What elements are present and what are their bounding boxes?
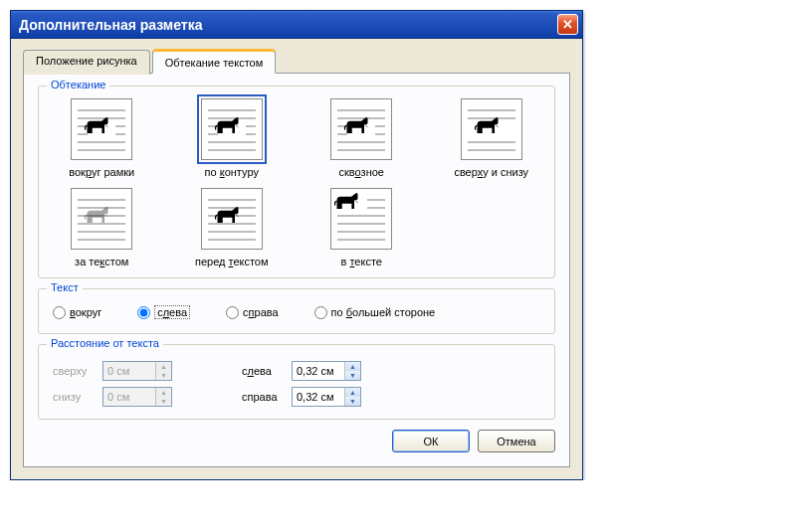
tab-wrapping-label: Обтекание текстом xyxy=(165,57,264,69)
tab-position[interactable]: Положение рисунка xyxy=(23,50,150,75)
distance-right-spinner[interactable]: ▲▼ xyxy=(292,387,361,407)
dialog-buttons: ОК Отмена xyxy=(38,430,555,452)
wrap-thumb-topbottom[interactable] xyxy=(461,98,522,160)
distance-grid: сверху ▲▼ слева ▲▼ снизу ▲▼ xyxy=(51,357,542,409)
legend-distance: Расстояние от текста xyxy=(47,337,163,349)
fieldset-textside: Текст вокругслевасправапо большей сторон… xyxy=(38,288,555,334)
tab-wrapping[interactable]: Обтекание текстом xyxy=(152,49,277,74)
hotkey-char: л xyxy=(248,365,254,377)
wrap-option-topbottom[interactable]: сверху и снизу xyxy=(441,98,543,178)
distance-bottom-input xyxy=(103,388,155,406)
textside-radio-1[interactable]: слева xyxy=(137,305,190,319)
tab-position-label: Положение рисунка xyxy=(36,55,137,67)
distance-bottom-spinner: ▲▼ xyxy=(102,387,172,407)
textside-radio-0[interactable]: вокруг xyxy=(53,306,102,319)
spinner-up-icon[interactable]: ▲ xyxy=(345,362,360,371)
legend-textside: Текст xyxy=(47,281,83,293)
client-area: Положение рисунка Обтекание текстом Обте… xyxy=(11,39,582,479)
distance-bottom-label: снизу xyxy=(53,391,102,403)
spinner-up-icon[interactable]: ▲ xyxy=(345,388,360,397)
wrap-label-square: вокруг рамки xyxy=(69,166,134,178)
distance-top-input xyxy=(103,362,155,380)
textside-radio-label-2: справа xyxy=(243,306,279,318)
textside-radio-label-0: вокруг xyxy=(70,306,102,318)
spinner-up-icon: ▲ xyxy=(156,362,171,371)
distance-left-input[interactable] xyxy=(293,362,344,380)
wrap-option-infront[interactable]: перед текстом xyxy=(181,188,284,267)
legend-wrapping: Обтекание xyxy=(47,79,109,90)
advanced-layout-dialog: Дополнительная разметка ✕ Положение рису… xyxy=(10,10,583,480)
wrap-label-inline: в тексте xyxy=(341,256,382,267)
wrap-thumb-behind[interactable] xyxy=(71,188,132,250)
wrap-label-infront: перед текстом xyxy=(195,256,269,267)
titlebar[interactable]: Дополнительная разметка ✕ xyxy=(11,11,582,39)
wrap-option-inline[interactable]: в тексте xyxy=(310,188,413,267)
textside-radio-label-1: слева xyxy=(154,305,190,319)
close-button[interactable]: ✕ xyxy=(557,14,578,35)
textside-radio-3[interactable]: по большей стороне xyxy=(314,306,436,319)
distance-top-spinner: ▲▼ xyxy=(102,361,172,381)
tabpanel-wrapping: Обтекание вокруг рамкипо контурусквозное… xyxy=(23,73,570,467)
wrap-thumb-inline[interactable] xyxy=(330,188,392,250)
textside-radio-label-3: по большей стороне xyxy=(331,306,436,318)
tab-strip: Положение рисунка Обтекание текстом xyxy=(23,49,570,74)
wrap-option-square[interactable]: вокруг рамки xyxy=(51,98,153,178)
wrap-thumb-infront[interactable] xyxy=(201,188,263,250)
spinner-down-icon: ▼ xyxy=(156,397,171,406)
textside-radio-input-0[interactable] xyxy=(53,306,66,319)
fieldset-wrapping: Обтекание вокруг рамкипо контурусквозное… xyxy=(38,86,555,278)
spinner-down-icon[interactable]: ▼ xyxy=(345,371,360,380)
wrap-thumb-tight[interactable] xyxy=(201,98,263,160)
wrap-label-tight: по контуру xyxy=(205,166,259,178)
distance-left-label: слева xyxy=(242,365,292,377)
close-icon: ✕ xyxy=(562,17,573,32)
wrap-option-tight[interactable]: по контуру xyxy=(181,98,284,178)
wrap-option-through[interactable]: сквозное xyxy=(310,98,413,178)
window-title: Дополнительная разметка xyxy=(19,17,202,33)
textside-radios: вокругслевасправапо большей стороне xyxy=(51,301,542,323)
distance-right-input[interactable] xyxy=(293,388,344,406)
distance-right-label: справа xyxy=(242,391,292,403)
distance-left-spinner[interactable]: ▲▼ xyxy=(292,361,361,381)
spinner-up-icon: ▲ xyxy=(156,388,171,397)
ok-button[interactable]: ОК xyxy=(392,430,470,452)
textside-radio-2[interactable]: справа xyxy=(226,306,279,319)
wrap-thumb-square[interactable] xyxy=(71,98,132,160)
wrap-style-grid: вокруг рамкипо контурусквозноесверху и с… xyxy=(51,98,542,267)
textside-radio-input-1[interactable] xyxy=(137,306,150,319)
wrap-label-topbottom: сверху и снизу xyxy=(454,166,528,178)
textside-radio-input-3[interactable] xyxy=(314,306,327,319)
textside-radio-input-2[interactable] xyxy=(226,306,239,319)
cancel-button[interactable]: Отмена xyxy=(478,430,555,452)
wrap-thumb-through[interactable] xyxy=(330,98,392,160)
distance-top-label: сверху xyxy=(53,365,102,377)
spinner-down-icon[interactable]: ▼ xyxy=(345,397,360,406)
wrap-label-through: сквозное xyxy=(339,166,384,178)
wrap-option-behind[interactable]: за текстом xyxy=(51,188,153,267)
spinner-down-icon: ▼ xyxy=(156,371,171,380)
wrap-label-behind: за текстом xyxy=(75,256,128,267)
fieldset-distance: Расстояние от текста сверху ▲▼ слева ▲▼ … xyxy=(38,344,555,420)
